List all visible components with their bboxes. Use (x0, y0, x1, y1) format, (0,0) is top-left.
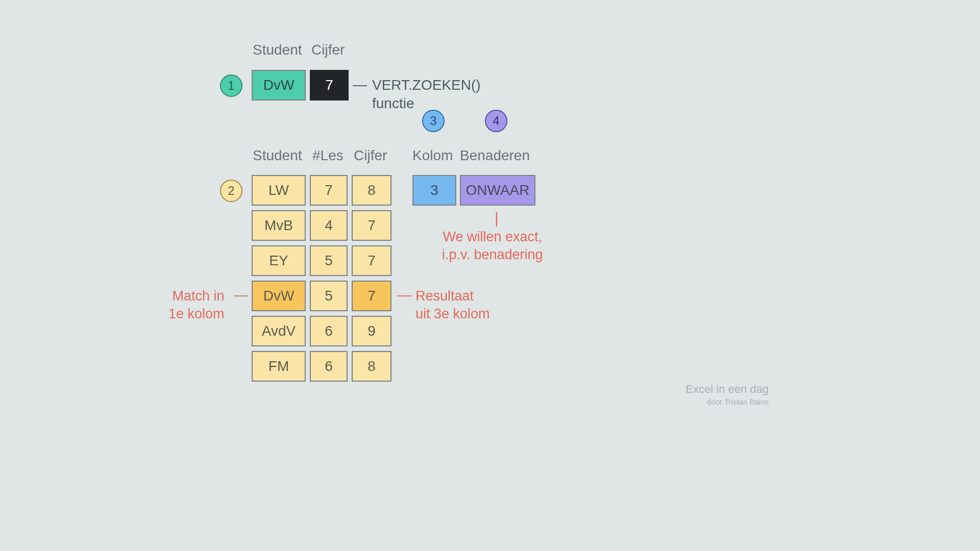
table-row: 8 (352, 351, 391, 382)
table-row-highlight-grade: 7 (352, 281, 391, 311)
step-circle-2: 2 (220, 180, 242, 202)
table-row: AvdV (252, 316, 306, 346)
kolom-cell: 3 (412, 175, 456, 206)
header-benaderen: Benaderen (460, 147, 530, 164)
table-row: 6 (310, 351, 348, 382)
table-row: 5 (310, 245, 348, 276)
dash-match: — (234, 287, 248, 303)
table-row: 7 (310, 175, 348, 206)
step-circle-4: 4 (485, 110, 507, 132)
table-row: 4 (310, 210, 348, 241)
benaderen-cell: ONWAAR (460, 175, 535, 206)
table-row: EY (252, 245, 306, 276)
note-result-l2: uit 3e kolom (415, 306, 490, 321)
note-exact-l2: i.p.v. benadering (442, 247, 543, 262)
table-row: 6 (310, 316, 348, 346)
note-match: Match in 1e kolom (168, 287, 225, 323)
table-header-student: Student (253, 147, 302, 164)
footer-author: door Tristan Bains (707, 397, 769, 406)
table-header-les: #Les (312, 147, 344, 164)
table-row: 7 (352, 210, 391, 241)
table-row: 7 (352, 245, 391, 276)
table-header-cijfer: Cijfer (354, 147, 387, 164)
top-grade-cell: 7 (310, 70, 349, 101)
top-student-cell: DvW (252, 70, 306, 101)
note-match-l1: Match in (173, 288, 225, 304)
dash-func: — (353, 77, 367, 93)
table-row: FM (252, 351, 306, 382)
note-exact: We willen exact, i.p.v. benadering (442, 228, 543, 264)
header-cijfer-top: Cijfer (311, 42, 345, 58)
pipe-icon: | (495, 210, 499, 227)
footer-title: Excel in een dag (685, 383, 769, 396)
table-row: LW (252, 175, 306, 206)
note-match-l2: 1e kolom (168, 306, 225, 321)
header-student-top: Student (253, 42, 302, 58)
table-row: 9 (352, 316, 391, 346)
note-exact-l1: We willen exact, (443, 229, 543, 244)
step-circle-3: 3 (422, 110, 445, 132)
dash-result: — (397, 287, 411, 303)
func-sub: functie (372, 95, 414, 112)
func-name: VERT.ZOEKEN() (372, 77, 481, 93)
header-kolom: Kolom (412, 147, 453, 164)
step-circle-1: 1 (220, 74, 242, 97)
note-result-l1: Resultaat (415, 288, 474, 304)
table-row-highlight-student: DvW (252, 281, 306, 311)
table-row: MvB (252, 210, 306, 241)
table-row: 8 (352, 175, 391, 206)
table-row: 5 (310, 281, 348, 311)
note-result: Resultaat uit 3e kolom (415, 287, 490, 323)
